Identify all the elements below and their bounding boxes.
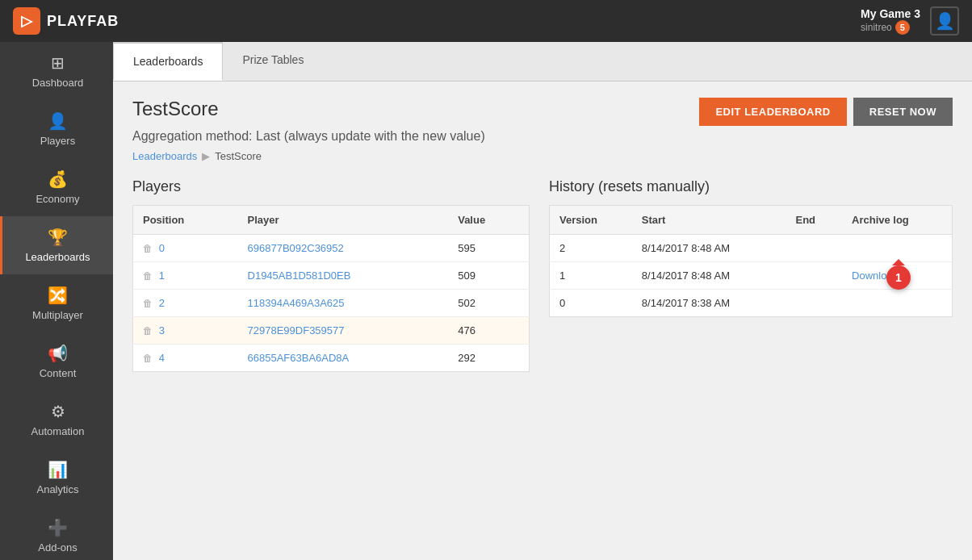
breadcrumb-parent-link[interactable]: Leaderboards <box>132 150 197 162</box>
sidebar-label-multiplayer: Multiplayer <box>32 309 83 321</box>
end-cell <box>786 290 842 317</box>
notification-badge[interactable]: 5 <box>895 20 910 35</box>
player-cell: 72978E99DF359577 <box>238 317 449 345</box>
players-section-title: Players <box>132 178 530 195</box>
automation-icon: ⚙ <box>51 402 65 421</box>
content-area: Leaderboards Prize Tables TestScore EDIT… <box>113 42 972 560</box>
sidebar-item-addons[interactable]: ➕ Add-ons <box>0 507 113 560</box>
tabs-bar: Leaderboards Prize Tables <box>113 42 972 81</box>
position-link[interactable]: 1 <box>159 270 165 282</box>
position-link[interactable]: 3 <box>159 324 165 336</box>
position-link[interactable]: 4 <box>159 352 165 364</box>
sidebar-item-players[interactable]: 👤 Players <box>0 100 113 158</box>
delete-icon[interactable]: 🗑 <box>143 325 153 336</box>
reset-now-button[interactable]: RESET NOW <box>853 98 953 126</box>
content-icon: 📢 <box>48 344 68 363</box>
sidebar-label-economy: Economy <box>36 193 79 205</box>
breadcrumb-current: TestScore <box>215 150 262 162</box>
tooltip-container: Download 1 <box>852 270 899 282</box>
end-cell <box>786 262 842 290</box>
username: sinitreo <box>861 22 892 33</box>
brand-name: PLAYFAB <box>47 13 119 30</box>
player-id-link[interactable]: D1945AB1D581D0EB <box>248 270 351 282</box>
player-id-link[interactable]: 696877B092C36952 <box>248 242 344 254</box>
tab-prize-tables[interactable]: Prize Tables <box>223 42 323 81</box>
addons-icon: ➕ <box>48 518 68 537</box>
history-table: Version Start End Archive log 2 8/14/201… <box>549 205 953 317</box>
brand[interactable]: ▷ PLAYFAB <box>13 7 119 35</box>
avatar[interactable]: 👤 <box>930 6 959 36</box>
table-row: 🗑 1 D1945AB1D581D0EB 509 <box>133 262 530 290</box>
position-cell: 🗑 4 <box>133 345 238 372</box>
player-id-link[interactable]: 118394A469A3A625 <box>248 297 345 309</box>
table-row: 2 8/14/2017 8:48 AM <box>550 235 953 262</box>
tab-leaderboards[interactable]: Leaderboards <box>113 42 223 81</box>
sidebar-label-players: Players <box>40 135 75 147</box>
game-name: My Game 3 <box>861 7 920 20</box>
history-section-title: History (resets manually) <box>549 178 953 195</box>
delete-icon[interactable]: 🗑 <box>143 298 153 309</box>
start-cell: 8/14/2017 8:48 AM <box>632 235 786 262</box>
player-cell: 118394A469A3A625 <box>238 290 449 317</box>
sidebar: ⊞ Dashboard 👤 Players 💰 Economy 🏆 Leader… <box>0 42 113 560</box>
main-layout: ⊞ Dashboard 👤 Players 💰 Economy 🏆 Leader… <box>0 42 972 560</box>
value-cell: 502 <box>448 290 529 317</box>
table-row: 🗑 4 66855AF63BA6AD8A 292 <box>133 345 530 372</box>
delete-icon[interactable]: 🗑 <box>143 353 153 364</box>
aggregation-description: Aggregation method: Last (always update … <box>132 129 953 144</box>
value-cell: 509 <box>448 262 529 290</box>
sidebar-item-leaderboards[interactable]: 🏆 Leaderboards <box>0 216 113 274</box>
page-title: TestScore <box>132 98 219 120</box>
value-cell: 476 <box>448 317 529 345</box>
archive-cell: Download 1 <box>842 262 952 290</box>
players-section: Players Position Player Value 🗑 0 <box>132 178 530 372</box>
sidebar-item-automation[interactable]: ⚙ Automation <box>0 391 113 449</box>
value-cell: 292 <box>448 345 529 372</box>
col-position: Position <box>133 206 238 235</box>
start-cell: 8/14/2017 8:48 AM <box>632 262 786 290</box>
delete-icon[interactable]: 🗑 <box>143 243 153 254</box>
sidebar-item-multiplayer[interactable]: 🔀 Multiplayer <box>0 274 113 332</box>
table-row: 1 8/14/2017 8:48 AM Download 1 <box>550 262 953 290</box>
sidebar-label-automation: Automation <box>31 425 85 437</box>
table-row: 🗑 3 72978E99DF359577 476 <box>133 317 530 345</box>
version-cell: 0 <box>550 290 632 317</box>
sidebar-item-economy[interactable]: 💰 Economy <box>0 158 113 216</box>
sidebar-item-content[interactable]: 📢 Content <box>0 332 113 391</box>
position-cell: 🗑 3 <box>133 317 238 345</box>
version-cell: 2 <box>550 235 632 262</box>
col-value: Value <box>448 206 529 235</box>
sidebar-label-addons: Add-ons <box>38 541 77 554</box>
player-id-link[interactable]: 66855AF63BA6AD8A <box>248 352 350 364</box>
end-cell <box>786 235 842 262</box>
sidebar-item-analytics[interactable]: 📊 Analytics <box>0 449 113 507</box>
delete-icon[interactable]: 🗑 <box>143 270 153 282</box>
multiplayer-icon: 🔀 <box>48 286 68 305</box>
position-link[interactable]: 0 <box>159 242 165 254</box>
columns: Players Position Player Value 🗑 0 <box>132 178 953 372</box>
players-table-header: Position Player Value <box>133 206 530 235</box>
players-table: Position Player Value 🗑 0 696877B092C369… <box>132 205 530 372</box>
navbar-user: My Game 3 sinitreo 5 <box>861 7 920 35</box>
value-cell: 595 <box>448 235 529 262</box>
economy-icon: 💰 <box>48 169 68 189</box>
leaderboards-icon: 🏆 <box>48 228 68 247</box>
edit-leaderboard-button[interactable]: EDIT LEADERBOARD <box>699 98 846 126</box>
page-header: TestScore EDIT LEADERBOARD RESET NOW <box>132 98 953 126</box>
col-archive: Archive log <box>842 206 952 235</box>
history-table-header: Version Start End Archive log <box>550 206 953 235</box>
player-cell: 66855AF63BA6AD8A <box>238 345 449 372</box>
page-content: TestScore EDIT LEADERBOARD RESET NOW Agg… <box>113 81 972 560</box>
player-id-link[interactable]: 72978E99DF359577 <box>248 324 345 336</box>
sidebar-label-leaderboards: Leaderboards <box>25 251 90 263</box>
sidebar-label-dashboard: Dashboard <box>32 77 84 89</box>
sidebar-item-dashboard[interactable]: ⊞ Dashboard <box>0 42 113 100</box>
table-row: 🗑 0 696877B092C36952 595 <box>133 235 530 262</box>
position-cell: 🗑 2 <box>133 290 238 317</box>
brand-logo: ▷ <box>13 7 40 35</box>
col-start: Start <box>632 206 786 235</box>
position-link[interactable]: 2 <box>159 297 165 309</box>
player-cell: 696877B092C36952 <box>238 235 449 262</box>
breadcrumb-separator: ▶ <box>202 150 210 162</box>
breadcrumb: Leaderboards ▶ TestScore <box>132 150 953 162</box>
